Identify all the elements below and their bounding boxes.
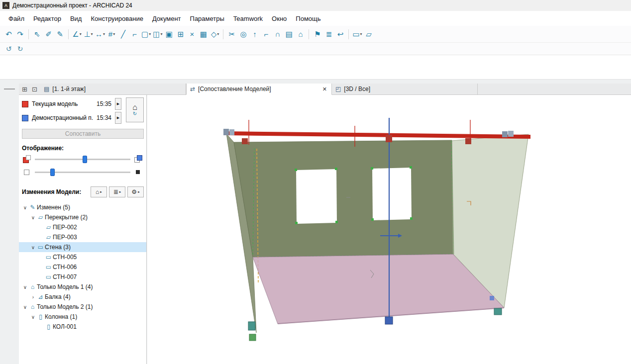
incline-icon[interactable]: ∠▾	[71, 28, 83, 41]
menu-item-2[interactable]: Редактор	[29, 13, 66, 24]
dimension-icon[interactable]: ↔▾	[94, 28, 106, 41]
menu-item-7[interactable]: Teamwork	[229, 13, 267, 24]
flag-marker-icon[interactable]: ⚑	[312, 28, 323, 41]
home-view-icon[interactable]: ⌂	[295, 28, 306, 41]
tree-item-slab-group[interactable]: ∨▱Перекрытие (2)	[19, 212, 146, 222]
tree-item-only-model-1[interactable]: ∨⌂Только Модель 1 (4)	[19, 282, 146, 292]
tree-chevron-icon[interactable]: ›	[30, 294, 36, 300]
viewport-3d[interactable]	[147, 95, 631, 364]
model-menu-button[interactable]: ▶	[115, 112, 121, 124]
tree-item-label: СТН-005	[53, 254, 77, 261]
fit-in-window-icon[interactable]: ⊞	[175, 28, 186, 41]
dropdown-caret-icon[interactable]: ▾	[160, 32, 162, 36]
model-3d-canvas[interactable]	[147, 95, 631, 364]
tree-chevron-icon[interactable]: ∨	[30, 215, 36, 220]
model-a-visibility-slider	[19, 153, 146, 166]
tree-item-per-002[interactable]: ▱ПЕР-002	[19, 222, 146, 232]
close-panel-icon[interactable]: ×	[186, 28, 198, 41]
slider-track[interactable]	[35, 172, 130, 173]
inject-parameters-icon[interactable]: ✎	[54, 28, 66, 41]
tree-item-stn-007[interactable]: ▭СТН-007	[19, 272, 146, 282]
dropdown-caret-icon[interactable]: ▾	[113, 32, 115, 36]
tree-chevron-icon[interactable]: ∨	[22, 304, 28, 310]
tree-chevron-icon[interactable]: ∨	[30, 314, 36, 320]
tree-chevron-icon[interactable]: ∨	[22, 205, 28, 210]
tree-item-kol-001[interactable]: ▯КОЛ-001	[19, 322, 146, 332]
zoom-icon[interactable]: ◎	[237, 28, 249, 41]
beam-icon: ⊿	[36, 293, 45, 300]
tree-chevron-icon[interactable]: ∨	[30, 245, 36, 250]
list-options-button[interactable]: ≣▸	[109, 186, 125, 197]
navigator-popup-icon[interactable]: ⊡	[30, 85, 39, 93]
swap-models-button[interactable]: ⌂ ↻	[126, 97, 144, 122]
tree-item-stn-005[interactable]: ▭СТН-005	[19, 252, 146, 262]
snap-grid-icon[interactable]: #▾	[106, 28, 117, 41]
virtual-trace-icon[interactable]: ▣	[163, 28, 175, 41]
tree-item-stn-006[interactable]: ▭СТН-006	[19, 262, 146, 272]
back-reference-icon[interactable]: ↩	[334, 28, 346, 41]
dropdown-caret-icon[interactable]: ▾	[217, 32, 219, 36]
window-opening-2[interactable]	[372, 168, 412, 220]
arrow-select-icon[interactable]: ⇖	[31, 28, 43, 41]
tab-model-compare[interactable]: ⇄[Сопоставление Моделей]✕	[186, 84, 332, 95]
slider-handle[interactable]	[50, 169, 55, 176]
settings-button[interactable]: ⚙▸	[127, 186, 144, 197]
dropdown-caret-icon[interactable]: ▾	[149, 32, 151, 36]
tab-floor-plan[interactable]: ▤[1. 1-й этаж]	[40, 84, 186, 94]
model-beam[interactable]	[225, 131, 530, 139]
tree-item-column-group[interactable]: ∨▯Колонна (1)	[19, 312, 146, 322]
tree-item-wall-group[interactable]: ∨▭Стена (3)	[19, 242, 146, 252]
quad-view-icon[interactable]: ⊞	[20, 85, 29, 93]
trace-reference-icon[interactable]: ◫▾	[152, 28, 163, 41]
tab-3d-all[interactable]: ◰[3D / Все]	[332, 84, 478, 94]
dropdown-caret-icon[interactable]: ▾	[91, 32, 93, 36]
redo-icon[interactable]: ↷	[14, 28, 26, 41]
tab-bar: ⊞⊡ ▤[1. 1-й этаж]⇄[Сопоставление Моделей…	[19, 84, 631, 95]
filter-elements-button[interactable]: ⌂▸	[91, 186, 107, 197]
menu-item-8[interactable]: Окно	[267, 13, 291, 24]
rotate-arrow-icon: ↻	[133, 111, 137, 116]
menu-item-4[interactable]: Конструирование	[86, 13, 147, 24]
window-opening-1[interactable]	[296, 169, 337, 224]
menu-item-6[interactable]: Параметры	[186, 13, 229, 24]
criteria-list-icon[interactable]: ≣	[323, 28, 334, 41]
pick-up-parameters-icon[interactable]: ✐	[43, 28, 54, 41]
raise-icon[interactable]: ↑	[249, 28, 260, 41]
fillet-icon[interactable]: ∩	[272, 28, 283, 41]
mesh-icon[interactable]: ▦	[198, 28, 209, 41]
compare-button[interactable]: Сопоставить	[22, 129, 144, 139]
tree-item-per-003[interactable]: ▱ПЕР-003	[19, 232, 146, 242]
guide-lines-icon[interactable]: ╱	[117, 28, 129, 41]
toolbar-separator	[223, 29, 223, 39]
hotlink-manage-icon[interactable]: ↻	[14, 44, 26, 54]
dropdown-caret-icon[interactable]: ▾	[360, 32, 362, 36]
palette-drag-handle[interactable]	[4, 89, 15, 90]
dropdown-caret-icon[interactable]: ▾	[103, 32, 105, 36]
marquee-icon[interactable]: ▢▾	[140, 28, 152, 41]
menu-item-3[interactable]: Вид	[66, 13, 87, 24]
gravity-icon[interactable]: ⊥▾	[83, 28, 94, 41]
tree-item-beam-group[interactable]: ›⊿Балка (4)	[19, 292, 146, 302]
copy-layout-icon[interactable]: ▱	[363, 28, 375, 41]
slider-handle[interactable]	[83, 156, 87, 163]
tree-chevron-icon[interactable]: ∨	[22, 284, 28, 290]
model-menu-button[interactable]: ▶	[115, 98, 121, 110]
split-icon[interactable]: ✂	[226, 28, 237, 41]
menu-item-1[interactable]: Файл	[4, 13, 29, 24]
snap-reference-icon[interactable]: ⌐	[129, 28, 140, 41]
corner-icon[interactable]: ⌐	[260, 28, 272, 41]
hotlink-update-icon[interactable]: ↺	[3, 44, 14, 54]
close-tab-icon[interactable]: ✕	[321, 86, 328, 92]
undo-icon[interactable]: ↶	[3, 28, 14, 41]
tree-item-changed[interactable]: ∨✎Изменен (5)	[19, 202, 146, 212]
slider-track[interactable]	[35, 159, 130, 160]
tree-item-only-model-2[interactable]: ∨⌂Только Модель 2 (1)	[19, 302, 146, 312]
morph-icon[interactable]: ◇▾	[209, 28, 220, 41]
model-back-wall[interactable]	[234, 140, 454, 257]
dropdown-caret-icon[interactable]: ▾	[80, 32, 82, 36]
image-icon[interactable]: ▤	[283, 28, 295, 41]
menu-item-9[interactable]: Помощь	[291, 13, 325, 24]
menu-item-5[interactable]: Документ	[148, 13, 186, 24]
group-icon[interactable]: ▭▾	[351, 28, 363, 41]
model-column-base[interactable]	[385, 317, 393, 324]
